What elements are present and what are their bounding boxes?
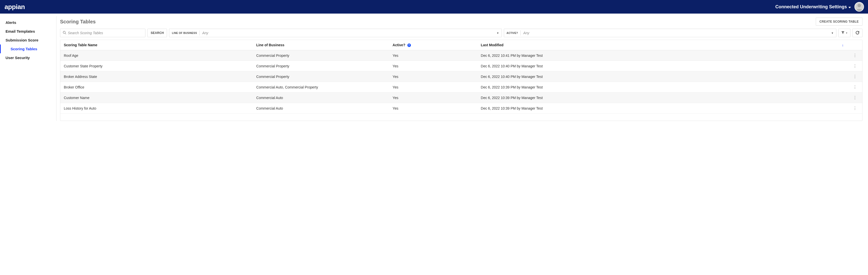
content: Scoring Tables CREATE SCORING TABLE SEAR… <box>56 13 868 129</box>
cell-lob: Commercial Property <box>253 72 389 82</box>
sidebar-item-label: Email Templates <box>5 29 35 33</box>
user-avatar[interactable] <box>855 2 864 11</box>
cell-modified: Dec 6, 2022 10:40 PM by Manager Test <box>477 72 847 82</box>
cell-name: Customer State Property <box>60 61 253 72</box>
caret-down-icon: ▼ <box>497 32 499 34</box>
help-icon[interactable]: ? <box>407 44 411 47</box>
row-menu-icon[interactable]: ⋮ <box>853 74 857 79</box>
table-row[interactable]: Customer State PropertyCommercial Proper… <box>60 61 862 72</box>
refresh-button[interactable] <box>852 29 863 37</box>
table-row[interactable]: Broker OfficeCommercial Auto, Commercial… <box>60 82 862 92</box>
cell-modified: Dec 6, 2022 10:39 PM by Manager Test <box>477 103 847 114</box>
cell-modified: Dec 6, 2022 10:41 PM by Manager Test <box>477 50 847 61</box>
column-header-active[interactable]: Active? ? <box>389 40 477 50</box>
cell-name: Broker Office <box>60 82 253 92</box>
sidebar-item-submission-score[interactable]: Submission Score <box>0 36 56 45</box>
brand-text: appian <box>4 3 25 11</box>
column-header-label: Active? <box>393 43 405 47</box>
cell-actions: ⋮ <box>847 103 862 114</box>
cell-name: Roof Age <box>60 50 253 61</box>
row-menu-icon[interactable]: ⋮ <box>853 63 857 68</box>
column-header-label: Scoring Table Name <box>64 43 97 47</box>
search-input[interactable] <box>68 31 143 35</box>
cell-active: Yes <box>389 61 477 72</box>
scoring-tables-grid: Scoring Table Name Line of Business Acti… <box>60 40 863 121</box>
cell-active: Yes <box>389 82 477 92</box>
filter-icon <box>841 31 845 35</box>
filter-menu-button[interactable]: ▼ <box>838 29 850 37</box>
search-button[interactable]: SEARCH <box>148 29 167 37</box>
cell-active: Yes <box>389 103 477 114</box>
search-box[interactable] <box>60 29 146 37</box>
row-menu-icon[interactable]: ⋮ <box>853 95 857 100</box>
column-header-label: Last Modified <box>481 43 503 47</box>
sidebar-item-label: User Security <box>5 56 30 60</box>
page-title: Scoring Tables <box>60 19 96 25</box>
cell-modified: Dec 6, 2022 10:40 PM by Manager Test <box>477 61 847 72</box>
table-row[interactable]: Broker Address StateCommercial PropertyY… <box>60 72 862 82</box>
row-menu-icon[interactable]: ⋮ <box>853 85 857 89</box>
caret-down-icon: ▼ <box>846 32 848 34</box>
cell-lob: Commercial Auto, Commercial Property <box>253 82 389 92</box>
column-header-modified[interactable]: Last Modified ↓ <box>477 40 847 50</box>
page-header: Scoring Tables CREATE SCORING TABLE <box>60 16 863 26</box>
cell-lob: Commercial Property <box>253 50 389 61</box>
sidebar: Alerts Email Templates Submission Score … <box>0 13 56 129</box>
cell-lob: Commercial Property <box>253 61 389 72</box>
sidebar-item-email-templates[interactable]: Email Templates <box>0 27 56 36</box>
svg-point-0 <box>858 4 861 7</box>
top-bar: appian Connected Underwriting Settings <box>0 0 868 13</box>
table-spacer-row <box>60 114 862 121</box>
divider <box>199 30 200 35</box>
cell-actions: ⋮ <box>847 50 862 61</box>
sidebar-item-alerts[interactable]: Alerts <box>0 18 56 27</box>
sidebar-item-label: Scoring Tables <box>10 47 37 51</box>
site-menu[interactable]: Connected Underwriting Settings <box>775 4 851 9</box>
column-header-actions <box>847 40 862 50</box>
cell-modified: Dec 6, 2022 10:39 PM by Manager Test <box>477 82 847 92</box>
column-header-label: Line of Business <box>256 43 284 47</box>
table-row[interactable]: Customer NameCommercial AutoYesDec 6, 20… <box>60 92 862 103</box>
cell-modified: Dec 6, 2022 10:39 PM by Manager Test <box>477 92 847 103</box>
sidebar-item-label: Alerts <box>5 20 16 25</box>
column-header-name[interactable]: Scoring Table Name <box>60 40 253 50</box>
filter-active[interactable]: ACTIVE? Any ▼ <box>504 29 836 37</box>
filter-lob-label: LINE OF BUSINESS <box>172 32 197 34</box>
sort-desc-icon: ↓ <box>842 43 844 47</box>
refresh-icon <box>856 31 859 35</box>
content-panel: Scoring Tables CREATE SCORING TABLE SEAR… <box>56 16 863 121</box>
create-scoring-table-button[interactable]: CREATE SCORING TABLE <box>816 18 863 26</box>
filter-line-of-business[interactable]: LINE OF BUSINESS Any ▼ <box>169 29 502 37</box>
cell-name: Customer Name <box>60 92 253 103</box>
filter-lob-value: Any <box>202 31 497 35</box>
caret-down-icon <box>848 4 851 9</box>
row-menu-icon[interactable]: ⋮ <box>853 106 857 111</box>
divider <box>520 30 521 35</box>
brand-logo: appian <box>4 3 25 11</box>
sidebar-item-user-security[interactable]: User Security <box>0 53 56 62</box>
filter-active-label: ACTIVE? <box>506 32 518 34</box>
cell-active: Yes <box>389 92 477 103</box>
cell-actions: ⋮ <box>847 82 862 92</box>
layout: Alerts Email Templates Submission Score … <box>0 13 868 129</box>
cell-actions: ⋮ <box>847 61 862 72</box>
cell-actions: ⋮ <box>847 72 862 82</box>
svg-line-2 <box>65 33 66 34</box>
search-icon <box>63 31 66 35</box>
topbar-right: Connected Underwriting Settings <box>775 2 864 11</box>
cell-lob: Commercial Auto <box>253 92 389 103</box>
cell-active: Yes <box>389 50 477 61</box>
caret-down-icon: ▼ <box>831 32 834 34</box>
table-row[interactable]: Loss History for AutoCommercial AutoYesD… <box>60 103 862 114</box>
filter-active-value: Any <box>523 31 831 35</box>
cell-name: Broker Address State <box>60 72 253 82</box>
site-title: Connected Underwriting Settings <box>775 4 847 9</box>
cell-actions: ⋮ <box>847 92 862 103</box>
column-header-lob[interactable]: Line of Business <box>253 40 389 50</box>
row-menu-icon[interactable]: ⋮ <box>853 53 857 58</box>
cell-name: Loss History for Auto <box>60 103 253 114</box>
table-header-row: Scoring Table Name Line of Business Acti… <box>60 40 862 50</box>
table-row[interactable]: Roof AgeCommercial PropertyYesDec 6, 202… <box>60 50 862 61</box>
sidebar-item-scoring-tables[interactable]: Scoring Tables <box>0 45 56 53</box>
filter-row: SEARCH LINE OF BUSINESS Any ▼ ACTIVE? An… <box>60 29 863 37</box>
